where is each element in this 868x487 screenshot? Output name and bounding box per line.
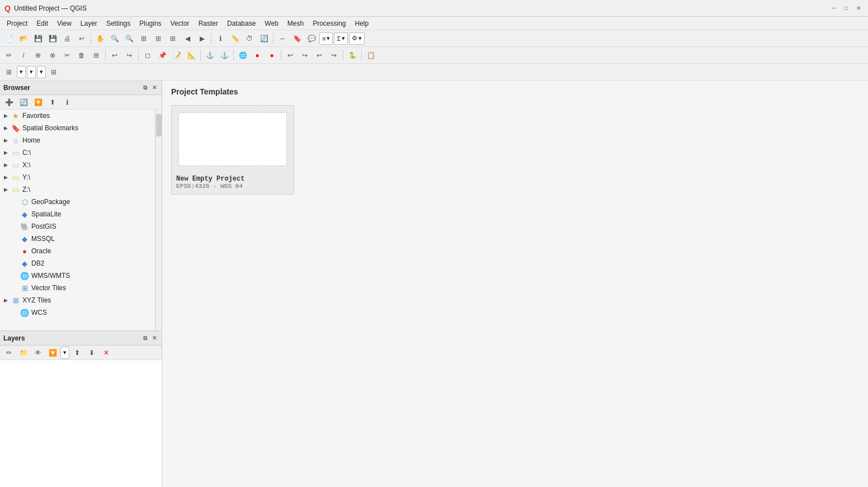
browser-tree-item[interactable]: 🌐WCS <box>0 306 155 319</box>
refresh-button[interactable]: 🔄 <box>257 32 271 45</box>
browser-tree-item[interactable]: ▶★Favorites <box>0 110 155 122</box>
browser-tree-item[interactable]: 🐘PostGIS <box>0 220 155 233</box>
menu-project[interactable]: Project <box>2 18 32 29</box>
pan-map-button[interactable]: ↔ <box>276 32 289 45</box>
t3-dropdown3[interactable]: ▾ <box>37 66 46 78</box>
browser-tree-item[interactable]: ⬡GeoPackage <box>0 196 155 208</box>
t3-dropdown2[interactable]: ▾ <box>27 66 36 78</box>
layers-add-button[interactable]: ✏ <box>2 346 16 360</box>
browser-filter-button[interactable]: 🔽 <box>31 96 45 109</box>
save-as-button[interactable]: 💾 <box>46 32 59 45</box>
layers-filter2-button[interactable]: 🔽 <box>46 346 59 360</box>
t3-btn1[interactable]: ⊞ <box>2 65 16 79</box>
menu-vector[interactable]: Vector <box>166 18 194 29</box>
node-tool-button[interactable]: ⊕ <box>31 49 45 62</box>
save-button[interactable]: 💾 <box>31 32 45 45</box>
browser-tree-item[interactable]: ▶⌂Home <box>0 134 155 146</box>
browser-tree-item[interactable]: ▶▭X:\ <box>0 159 155 171</box>
zoom-in-button[interactable]: 🔍 <box>108 32 121 45</box>
new-project-button[interactable]: 📄 <box>2 32 16 45</box>
undo2-button[interactable]: ↩ <box>108 49 121 62</box>
browser-tree-item[interactable]: ▶⊞XYZ Tiles <box>0 294 155 306</box>
layers-expand-button[interactable]: ⬆ <box>70 346 84 360</box>
measure-button[interactable]: 📏 <box>228 32 242 45</box>
menu-layer[interactable]: Layer <box>76 18 102 29</box>
anchor2-button[interactable]: ⚓ <box>218 49 231 62</box>
timer-button[interactable]: ⏱ <box>243 32 256 45</box>
zoom-out-button[interactable]: 🔍 <box>122 32 136 45</box>
menu-raster[interactable]: Raster <box>194 18 223 29</box>
menu-plugins[interactable]: Plugins <box>135 18 166 29</box>
merge-button[interactable]: ⊞ <box>89 49 103 62</box>
vertex-button[interactable]: ⊗ <box>46 49 59 62</box>
map-tips-dropdown[interactable]: ≡ ▾ <box>319 32 333 45</box>
undo3-button[interactable]: ↩ <box>284 49 297 62</box>
browser-add-button[interactable]: ➕ <box>2 96 16 109</box>
browser-collapse-button[interactable]: ⬆ <box>46 96 59 109</box>
browser-tree-item[interactable]: ▶🔖Spatial Bookmarks <box>0 122 155 134</box>
zoom-layer-button[interactable]: ⊞ <box>166 32 180 45</box>
redmark-button[interactable]: ● <box>251 49 264 62</box>
print-button[interactable]: 🖨 <box>60 32 74 45</box>
layers-remove-button[interactable]: ✕ <box>100 346 113 360</box>
identify-button[interactable]: ℹ <box>214 32 227 45</box>
query-button[interactable]: 💬 <box>305 32 318 45</box>
minimize-button[interactable]: ─ <box>829 3 839 13</box>
maximize-button[interactable]: □ <box>841 3 851 13</box>
undo-button[interactable]: ↩ <box>75 32 88 45</box>
annotation-button[interactable]: 📝 <box>170 49 183 62</box>
layers-close-button[interactable]: ✕ <box>150 334 158 342</box>
something-button[interactable]: ↩ <box>313 49 326 62</box>
browser-info-button[interactable]: ℹ <box>60 96 74 109</box>
anchor-button[interactable]: ⚓ <box>203 49 216 62</box>
menu-edit[interactable]: Edit <box>32 18 53 29</box>
zoom-prev-button[interactable]: ◀ <box>181 32 194 45</box>
bookmark-button[interactable]: 🔖 <box>290 32 304 45</box>
zoom-full-button[interactable]: ⊞ <box>137 32 150 45</box>
digitize-button[interactable]: ✏ <box>2 49 16 62</box>
browser-tree-item[interactable]: ◆MSSQL <box>0 233 155 245</box>
georef-button[interactable]: 🌐 <box>236 49 249 62</box>
snap-button[interactable]: 📌 <box>155 49 169 62</box>
browser-tree-item[interactable]: ▶▭C:\ <box>0 146 155 159</box>
browser-tree-item[interactable]: ⊞Vector Tiles <box>0 282 155 294</box>
open-button[interactable]: 📂 <box>17 32 30 45</box>
edit-button[interactable]: / <box>17 49 30 62</box>
menu-mesh[interactable]: Mesh <box>283 18 308 29</box>
layers-order-dropdown[interactable]: ▾ <box>60 347 69 359</box>
t3-dropdown1[interactable]: ▾ <box>17 66 26 78</box>
browser-close-button[interactable]: ✕ <box>150 84 158 92</box>
browser-float-button[interactable]: ⧉ <box>141 84 149 92</box>
layers-filter-button[interactable]: 👁 <box>31 346 45 360</box>
template-card-empty[interactable]: New Empty Project EPSG:4326 - WGS 84 <box>171 105 294 195</box>
menu-database[interactable]: Database <box>223 18 260 29</box>
something2-button[interactable]: ↪ <box>327 49 341 62</box>
layers-group-button[interactable]: 📁 <box>17 346 30 360</box>
t3-btn2[interactable]: ⊞ <box>47 65 60 79</box>
browser-tree-item[interactable]: ◆SpatiaLite <box>0 208 155 220</box>
browser-scrollbar[interactable] <box>155 110 162 330</box>
redo-button[interactable]: ↪ <box>122 49 136 62</box>
browser-refresh-button[interactable]: 🔄 <box>17 96 30 109</box>
redo2-button[interactable]: ↪ <box>298 49 312 62</box>
select-pan-button[interactable]: ✋ <box>93 32 107 45</box>
toolbar-extra-dropdown[interactable]: ⚙ ▾ <box>349 32 365 45</box>
menu-processing[interactable]: Processing <box>308 18 350 29</box>
zoom-next-button[interactable]: ▶ <box>195 32 209 45</box>
python-button[interactable]: 🐍 <box>346 49 359 62</box>
close-button[interactable]: ✕ <box>853 3 864 13</box>
layers-collapse-button[interactable]: ⬇ <box>85 346 98 360</box>
redmark2-button[interactable]: ● <box>265 49 279 62</box>
menu-settings[interactable]: Settings <box>102 18 135 29</box>
menu-help[interactable]: Help <box>351 18 374 29</box>
select-button[interactable]: ◻ <box>141 49 154 62</box>
zoom-selection-button[interactable]: ⊞ <box>152 32 165 45</box>
menu-view[interactable]: View <box>53 18 76 29</box>
delete-button[interactable]: 🗑 <box>75 49 88 62</box>
measure2-button[interactable]: 📐 <box>185 49 198 62</box>
layers-float-button[interactable]: ⧉ <box>141 334 149 342</box>
stats-dropdown[interactable]: Σ ▾ <box>334 32 348 45</box>
menu-web[interactable]: Web <box>260 18 282 29</box>
browser-tree-item[interactable]: 🌐WMS/WMTS <box>0 269 155 282</box>
browser-tree-item[interactable]: ▶▭Y:\ <box>0 171 155 183</box>
